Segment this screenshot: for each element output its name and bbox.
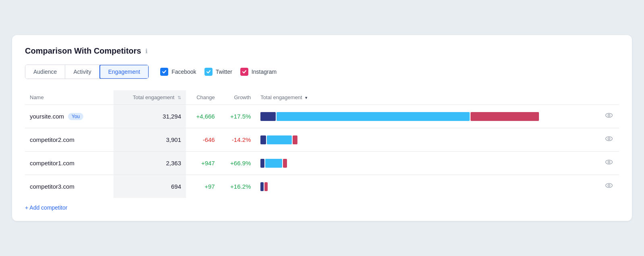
eye-cell[interactable] — [599, 152, 619, 175]
change-cell: -646 — [186, 128, 220, 152]
eye-cell[interactable] — [599, 175, 619, 198]
svg-point-4 — [606, 160, 613, 164]
svg-point-7 — [608, 185, 610, 187]
facebook-label: Facebook — [171, 69, 196, 75]
bar-container — [260, 112, 594, 121]
table-header-row: Name Total engagement ⇅ Change Growth To… — [25, 90, 619, 105]
site-name: yoursite.com — [30, 113, 64, 120]
growth-cell: +66.9% — [220, 152, 256, 175]
bar-segment — [471, 112, 539, 121]
tab-audience[interactable]: Audience — [25, 65, 65, 79]
instagram-checkbox-box — [240, 68, 248, 76]
table-row: competitor2.com 3,901-646-14.2% — [25, 128, 619, 152]
bar-segment — [267, 135, 292, 144]
tab-group: Audience Activity Engagement — [25, 65, 149, 79]
bar-segment — [264, 182, 268, 191]
change-cell: +4,666 — [186, 105, 220, 128]
eye-icon — [605, 111, 613, 119]
th-eye — [599, 90, 619, 105]
growth-cell: +16.2% — [220, 175, 256, 198]
total-engagement-cell: 31,294 — [114, 105, 186, 128]
th-total-engagement-sorted[interactable]: Total engagement ⇅ — [114, 90, 186, 105]
eye-cell[interactable] — [599, 128, 619, 152]
name-cell-inner: yoursite.com You — [30, 113, 109, 120]
growth-cell: -14.2% — [220, 128, 256, 152]
facebook-checkbox-box — [160, 68, 168, 76]
sort-icon: ⇅ — [178, 95, 181, 100]
name-cell: competitor2.com — [25, 128, 114, 152]
table-row: competitor3.com 694+97+16.2% — [25, 175, 619, 198]
you-badge: You — [68, 113, 83, 120]
table-row: competitor1.com 2,363+947+66.9% — [25, 152, 619, 175]
card-header: Comparison With Competitors ℹ — [25, 46, 619, 56]
svg-point-1 — [608, 114, 610, 117]
bar-container — [260, 182, 594, 191]
card-title: Comparison With Competitors — [25, 46, 141, 56]
th-name: Name — [25, 90, 114, 105]
name-cell-inner: competitor3.com — [30, 183, 109, 190]
change-cell: +97 — [186, 175, 220, 198]
tab-activity[interactable]: Activity — [65, 65, 99, 79]
filter-instagram[interactable]: Instagram — [240, 68, 277, 76]
th-growth: Growth — [220, 90, 256, 105]
bar-segment — [277, 112, 470, 121]
th-total-engagement-bar[interactable]: Total engagement ▾ — [256, 90, 599, 105]
growth-cell: +17.5% — [220, 105, 256, 128]
bar-segment — [260, 135, 266, 144]
filter-facebook[interactable]: Facebook — [160, 68, 196, 76]
name-cell-inner: competitor1.com — [30, 160, 109, 167]
add-competitor-button[interactable]: + Add competitor — [25, 204, 67, 211]
eye-cell[interactable] — [599, 105, 619, 128]
th-change: Change — [186, 90, 220, 105]
bar-cell — [256, 175, 599, 198]
total-engagement-cell: 2,363 — [114, 152, 186, 175]
chevron-down-icon: ▾ — [305, 95, 308, 100]
total-engagement-cell: 694 — [114, 175, 186, 198]
platform-filters: Facebook Twitter Instagram — [160, 68, 277, 76]
site-name: competitor3.com — [30, 183, 74, 190]
site-name: competitor2.com — [30, 136, 74, 143]
name-cell: yoursite.com You — [25, 105, 114, 128]
svg-point-0 — [606, 113, 613, 117]
eye-icon — [605, 181, 613, 189]
competitors-table: Name Total engagement ⇅ Change Growth To… — [25, 90, 619, 198]
bar-segment — [283, 159, 287, 168]
bar-cell — [256, 105, 599, 128]
tabs-row: Audience Activity Engagement Facebook Tw… — [25, 65, 619, 79]
bar-cell — [256, 152, 599, 175]
change-cell: +947 — [186, 152, 220, 175]
svg-point-3 — [608, 138, 610, 140]
name-cell: competitor3.com — [25, 175, 114, 198]
total-engagement-cell: 3,901 — [114, 128, 186, 152]
bar-cell — [256, 128, 599, 152]
svg-point-6 — [606, 183, 613, 187]
tab-engagement[interactable]: Engagement — [99, 65, 149, 79]
bar-container — [260, 135, 594, 144]
twitter-label: Twitter — [216, 69, 232, 75]
bar-segment — [260, 159, 264, 168]
bar-container — [260, 159, 594, 168]
svg-point-2 — [606, 137, 613, 141]
add-competitor-label: + Add competitor — [25, 204, 67, 211]
eye-icon — [605, 158, 613, 166]
info-icon[interactable]: ℹ — [145, 48, 148, 55]
twitter-checkbox-box — [204, 68, 213, 76]
bar-segment — [265, 159, 282, 168]
instagram-label: Instagram — [252, 69, 277, 75]
table-row: yoursite.com You 31,294+4,666+17.5% — [25, 105, 619, 128]
bar-segment — [293, 135, 297, 144]
site-name: competitor1.com — [30, 160, 74, 167]
eye-icon — [605, 135, 613, 143]
name-cell: competitor1.com — [25, 152, 114, 175]
filter-twitter[interactable]: Twitter — [204, 68, 232, 76]
bar-segment — [260, 112, 276, 121]
bar-segment — [260, 182, 264, 191]
name-cell-inner: competitor2.com — [30, 136, 109, 143]
comparison-card: Comparison With Competitors ℹ Audience A… — [12, 35, 632, 221]
svg-point-5 — [608, 161, 610, 163]
